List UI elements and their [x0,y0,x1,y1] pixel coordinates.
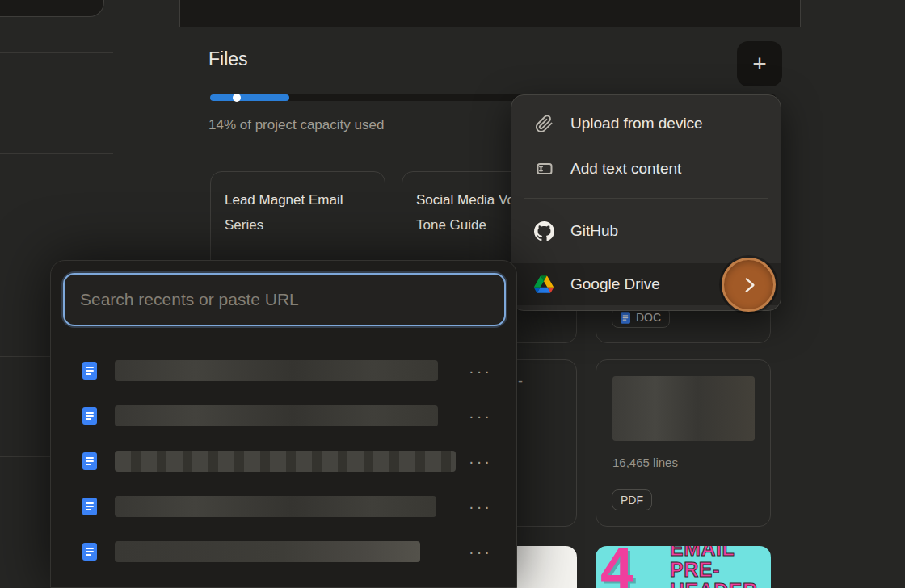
chevron-right-icon [739,275,760,296]
document-icon [82,407,97,425]
menu-item-upload-from-device[interactable]: Upload from device [511,103,781,145]
thumbnail-text-line: PRE- [670,559,758,580]
row-menu-dots[interactable]: ··· [469,498,492,516]
doc-badge-label: DOC [636,311,661,324]
document-icon [82,543,97,561]
redacted-file-name [115,360,438,381]
google-drive-icon [533,274,554,295]
menu-item-github[interactable]: GitHub [511,210,781,252]
recent-files-list: ··· ··· ··· ··· [51,348,516,574]
menu-item-add-text-content[interactable]: Add text content [511,148,781,190]
redacted-file-name [115,496,436,517]
row-menu-dots[interactable]: ··· [469,543,492,561]
paperclip-icon [533,113,554,134]
file-picker-overlay: ··· ··· ··· ··· [50,260,517,588]
app-root: Files + 14% of project capacity used Lea… [0,0,905,588]
thumbnail-text-line: EMAIL [670,546,758,559]
pdf-badge-label: PDF [621,494,643,506]
add-file-button[interactable]: + [737,41,782,86]
menu-divider [524,198,768,199]
thumbnail-number: 4 [600,546,634,588]
recent-file-row[interactable]: ··· [51,393,516,439]
document-icon [82,362,97,380]
chevron-right-indicator[interactable] [722,258,776,312]
text-content-icon [533,158,554,179]
document-icon [82,498,97,515]
row-menu-dots[interactable]: ··· [469,407,492,426]
recent-file-row[interactable]: ··· [51,484,516,529]
recent-file-row[interactable]: ··· [51,529,516,574]
sidebar-divider [0,153,113,154]
sidebar-divider [0,52,113,53]
document-icon [82,452,97,470]
row-menu-dots[interactable]: ··· [469,362,492,380]
thumbnail-text: EMAIL PRE- HEADER [670,546,758,588]
row-menu-dots[interactable]: ··· [469,452,492,471]
capacity-label: 14% of project capacity used [208,117,384,133]
file-card-email-preheader-thumbnail[interactable]: 4 EMAIL PRE- HEADER [596,546,771,588]
redacted-file-name [115,541,420,562]
capacity-progress-fill [210,94,289,101]
content-top-strip [179,0,801,27]
pdf-type-badge: PDF [612,489,652,510]
file-card-title: Lead Magnet Email Series [211,172,385,253]
recent-file-row[interactable]: ··· [51,348,516,393]
file-card-pdf[interactable]: 16,465 lines PDF [596,359,771,527]
redacted-file-name [115,451,456,472]
menu-item-label: Upload from device [570,115,703,132]
sidebar-corner-panel [0,0,104,17]
capacity-progress-knob [233,94,241,102]
redacted-thumbnail [612,376,755,441]
menu-item-label: GitHub [570,222,618,240]
redacted-file-name [115,405,438,426]
files-section-title: Files [208,48,248,70]
thumbnail-text-line: HEADER [670,580,758,588]
menu-item-label: Google Drive [570,275,660,293]
github-icon [533,220,554,242]
search-input[interactable] [63,273,506,326]
file-card-title-fragment: - [518,373,523,390]
recent-file-row[interactable]: ··· [51,439,516,484]
pdf-line-count: 16,465 lines [612,456,678,469]
doc-file-icon [621,312,630,324]
menu-item-label: Add text content [570,160,681,178]
